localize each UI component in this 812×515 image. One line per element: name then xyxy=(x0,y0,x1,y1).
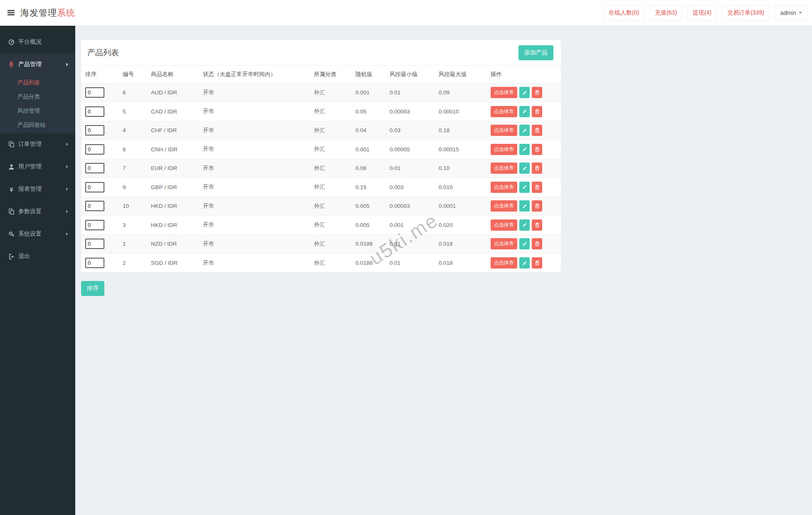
sidebar-item-risk-management[interactable]: 风控管理 xyxy=(0,104,75,118)
online-users-badge[interactable]: 在线人数(0) xyxy=(603,5,644,21)
product-category: 外汇 xyxy=(310,140,351,159)
sidebar-item-product-recycle-bin[interactable]: 产品回收站 xyxy=(0,118,75,132)
trash-icon xyxy=(535,109,540,114)
sidebar-item-parameter-settings[interactable]: 参数设置 xyxy=(0,200,75,223)
delete-button[interactable] xyxy=(532,125,542,136)
product-category: 外汇 xyxy=(310,159,351,178)
col-header-risk-min: 风控最小值 xyxy=(385,66,434,83)
delete-button[interactable] xyxy=(532,144,542,155)
delete-button[interactable] xyxy=(532,106,542,117)
risk-max-value: 0.018 xyxy=(434,234,486,254)
sort-submit-button[interactable]: 排序 xyxy=(81,281,104,296)
pencil-icon xyxy=(522,222,527,227)
risk-max-value: 0.0001 xyxy=(434,197,486,216)
delete-button[interactable] xyxy=(532,238,542,249)
risk-max-value: 0.00015 xyxy=(434,140,486,159)
edit-button[interactable] xyxy=(519,125,530,136)
market-status: 开市 xyxy=(199,178,310,197)
edit-button[interactable] xyxy=(519,144,530,155)
page-title: 产品列表 xyxy=(87,47,119,58)
pencil-icon xyxy=(522,241,527,246)
close-market-button[interactable]: 点击休市 xyxy=(491,163,517,174)
close-market-button[interactable]: 点击休市 xyxy=(491,144,517,155)
delete-button[interactable] xyxy=(532,163,542,174)
sort-input[interactable] xyxy=(85,182,104,192)
random-value: 0.005 xyxy=(351,197,385,216)
edit-button[interactable] xyxy=(519,200,530,212)
close-market-button[interactable]: 点击休市 xyxy=(491,219,517,231)
product-category: 外汇 xyxy=(310,216,351,235)
edit-button[interactable] xyxy=(519,106,530,117)
product-name: CHF / IDR xyxy=(147,121,199,140)
edit-button[interactable] xyxy=(519,182,530,193)
edit-button[interactable] xyxy=(519,219,530,231)
edit-button[interactable] xyxy=(519,87,530,98)
close-market-button[interactable]: 点击休市 xyxy=(491,125,517,136)
delete-button[interactable] xyxy=(532,87,542,98)
col-header-actions: 操作 xyxy=(486,66,561,83)
random-value: 0.005 xyxy=(351,216,385,235)
close-market-button[interactable]: 点击休市 xyxy=(491,87,517,98)
submenu-label: 产品回收站 xyxy=(17,121,46,129)
sort-input[interactable] xyxy=(85,163,104,173)
close-market-button[interactable]: 点击休市 xyxy=(491,106,517,117)
sidebar-item-user-management[interactable]: 用户管理 xyxy=(0,155,75,178)
edit-button[interactable] xyxy=(519,163,530,174)
app-logo[interactable]: 海发管理系统 xyxy=(20,7,75,19)
hamburger-menu-icon[interactable] xyxy=(7,10,15,15)
bitcoin-icon: B xyxy=(8,61,15,68)
close-market-button[interactable]: 点击休市 xyxy=(491,182,517,193)
edit-button[interactable] xyxy=(519,257,530,269)
sidebar-item-report-management[interactable]: ¥ 报表管理 xyxy=(0,178,75,200)
product-id: 6 xyxy=(118,83,147,102)
random-value: 0.0188 xyxy=(351,254,385,273)
trash-icon xyxy=(535,185,540,190)
random-value: 0.0188 xyxy=(351,234,385,254)
market-status: 开市 xyxy=(199,234,310,254)
product-category: 外汇 xyxy=(310,121,351,140)
table-header-row: 排序 编号 商品名称 状态（大盘正常开市时间内） 所属分类 随机值 风控最小值 … xyxy=(81,66,561,83)
delete-button[interactable] xyxy=(532,257,542,269)
sort-input[interactable] xyxy=(85,144,104,155)
random-value: 0.04 xyxy=(351,121,385,140)
trash-icon xyxy=(535,222,540,228)
sidebar-item-product-management[interactable]: B 产品管理 xyxy=(0,53,75,76)
col-header-category: 所属分类 xyxy=(310,66,351,83)
sort-input[interactable] xyxy=(85,106,104,117)
recharge-badge[interactable]: 充值(63) xyxy=(649,5,682,21)
sidebar-item-logout[interactable]: 退出 xyxy=(0,245,75,268)
product-list-card: 产品列表 添加产品 排序 编号 商品名称 状态（大盘正常开市时间内） 所属分类 … xyxy=(81,40,561,272)
trade-orders-badge[interactable]: 交易订单(339) xyxy=(722,5,770,21)
product-id: 7 xyxy=(118,159,147,178)
sort-input[interactable] xyxy=(85,201,104,211)
delete-button[interactable] xyxy=(532,200,542,212)
sort-input[interactable] xyxy=(85,87,104,98)
withdraw-badge[interactable]: 提现(4) xyxy=(687,5,717,21)
chevron-right-icon xyxy=(66,63,68,66)
market-status: 开市 xyxy=(199,216,310,235)
close-market-button[interactable]: 点击休市 xyxy=(491,257,517,269)
sort-input[interactable] xyxy=(85,258,104,268)
sidebar-item-product-list[interactable]: 产品列表 xyxy=(0,76,75,90)
risk-min-value: 0.00003 xyxy=(385,102,434,121)
trash-icon xyxy=(535,203,540,209)
table-row: 8 CNH / IDR 开市 外汇 0.001 0.00005 0.00015 … xyxy=(81,140,561,159)
delete-button[interactable] xyxy=(532,182,542,193)
pencil-icon xyxy=(522,128,527,133)
sort-input[interactable] xyxy=(85,220,104,230)
close-market-button[interactable]: 点击休市 xyxy=(491,200,517,212)
sort-input[interactable] xyxy=(85,125,104,136)
close-market-button[interactable]: 点击休市 xyxy=(491,238,517,249)
sidebar-item-platform-overview[interactable]: 平台概况 xyxy=(0,31,75,53)
user-menu[interactable]: admin xyxy=(775,5,808,20)
product-name: SGD / IDR xyxy=(147,254,199,273)
sidebar-item-order-management[interactable]: 订单管理 xyxy=(0,133,75,155)
delete-button[interactable] xyxy=(532,219,542,231)
edit-button[interactable] xyxy=(519,238,530,249)
sidebar-item-system-settings[interactable]: 系统设置 xyxy=(0,223,75,245)
username: admin xyxy=(780,10,796,16)
add-product-button[interactable]: 添加产品 xyxy=(518,45,553,60)
risk-min-value: 0.01 xyxy=(385,254,434,273)
sort-input[interactable] xyxy=(85,239,104,249)
sidebar-item-product-category[interactable]: 产品分类 xyxy=(0,90,75,104)
